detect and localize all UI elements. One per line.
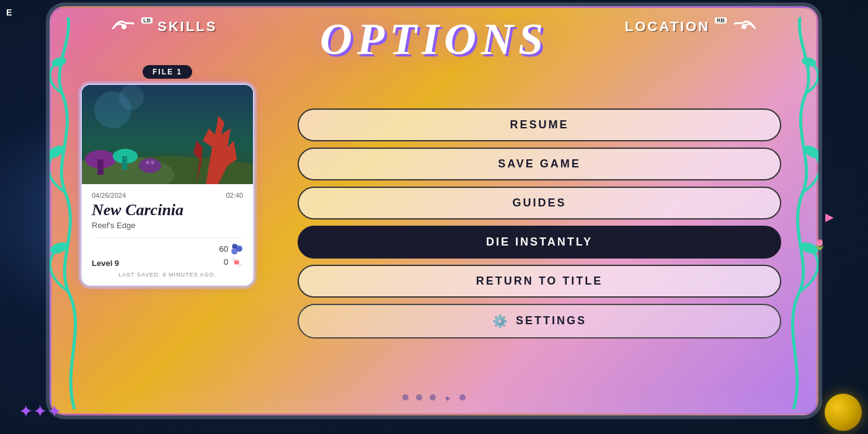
settings-button[interactable]: ⚙️ SETTINGS [298,304,781,339]
location-label: LOCATION [625,19,710,35]
skills-label: SKILLS [157,19,217,35]
pagination-dot-4[interactable] [459,394,466,401]
resource-1-icon: 🫐 [231,243,243,255]
card-level: Level 9 [92,259,119,268]
card-sublocation: Reef's Edge [92,221,243,230]
main-content: FILE 1 [74,65,794,381]
svg-rect-12 [97,159,104,175]
die-instantly-button[interactable]: DIE INSTANTLY [298,226,781,259]
save-card: 04/26/2024 02:40 New Carcinia Reef's Edg… [81,84,254,286]
options-container: OPTIONS LB SKILLS LOCATION RB FILE 1 [50,6,818,415]
card-date-time: 04/26/2024 02:40 [92,192,243,199]
svg-point-7 [742,24,746,29]
skills-badge: LB [141,17,153,24]
save-card-container: FILE 1 [74,65,260,381]
nav-location[interactable]: LOCATION RB [625,17,756,36]
card-screenshot [82,85,253,184]
pagination-dot-1[interactable] [402,394,409,401]
right-deco-arrow: ▶ [825,210,834,224]
resource-2-icon: 🍬 [231,256,243,268]
resource-1-amount: 60 [219,244,228,254]
card-info: 04/26/2024 02:40 New Carcinia Reef's Edg… [82,184,253,285]
svg-point-15 [139,158,161,173]
svg-point-6 [122,24,126,29]
location-icon [732,17,756,36]
resume-button[interactable]: RESUME [298,108,781,141]
e-button-label: E [6,7,12,17]
pagination: ✦ [50,394,818,403]
resource-row-1: 60 🫐 [219,243,243,255]
pagination-star[interactable]: ✦ [443,394,452,403]
svg-point-17 [151,161,154,164]
card-resources: 60 🫐 0 🍬 [219,243,243,268]
card-stats: Level 9 60 🫐 0 🍬 [92,237,243,268]
menu-buttons: RESUME SAVE GAME GUIDES DIE INSTANTLY RE… [285,65,794,381]
resource-row-2: 0 🍬 [224,256,243,268]
svg-point-16 [146,161,149,164]
svg-point-19 [119,85,144,110]
pagination-dot-2[interactable] [416,394,422,401]
save-game-button[interactable]: SAVE GAME [298,148,781,180]
location-badge: RB [715,17,727,24]
pagination-dot-3[interactable] [430,394,436,401]
file-badge: FILE 1 [143,65,192,79]
return-to-title-button[interactable]: RETURN TO TITLE [298,265,781,298]
skills-icon [112,17,136,36]
resource-2-amount: 0 [224,257,228,267]
nav-skills[interactable]: LB SKILLS [112,17,217,36]
settings-gear-icon: ⚙️ [492,314,510,329]
card-location-name: New Carcinia [92,202,243,219]
bottom-right-sphere [825,394,862,431]
card-date: 04/26/2024 [92,192,126,199]
svg-rect-14 [122,156,127,170]
right-deco-plant: 🌷 [813,239,826,250]
scene-svg [82,85,253,184]
last-saved-text: LAST SAVED: 0 MINUTES AGO. [92,272,243,278]
guides-button[interactable]: GUIDES [298,187,781,219]
card-time: 02:40 [226,192,243,199]
decorative-stars: ✦✦✦ [19,401,61,422]
